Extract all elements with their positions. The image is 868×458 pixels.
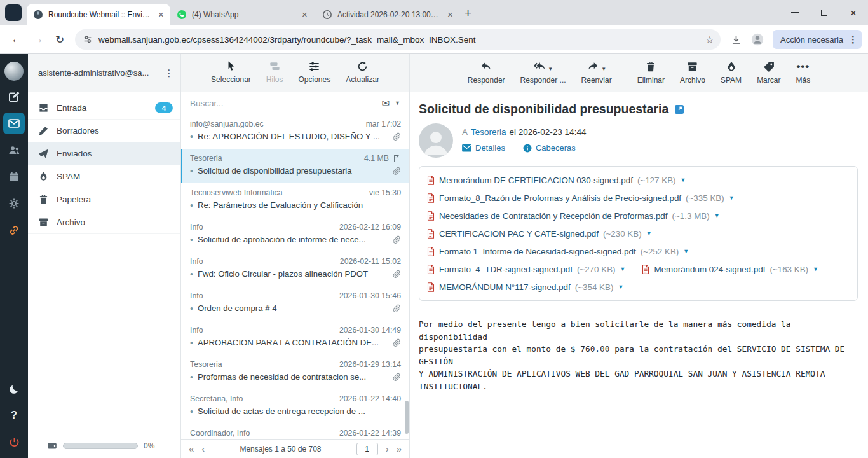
tab-actividad[interactable]: Actividad 2026-02-20 13:00:00 ×: [316, 4, 459, 25]
window-maximize-button[interactable]: [810, 0, 839, 25]
account-menu-icon[interactable]: ⋮: [164, 67, 174, 79]
tab-roundcube[interactable]: Roundcube Webmail :: Enviados ×: [27, 4, 170, 25]
first-page-button[interactable]: «: [189, 444, 194, 454]
attachment-menu-caret-icon[interactable]: ▼: [714, 212, 720, 219]
folder-item-papelera[interactable]: Papelera: [28, 188, 180, 211]
flag-icon[interactable]: [393, 154, 401, 163]
last-page-button[interactable]: »: [397, 444, 402, 454]
browser-toolbar: ← → ↻ webmail.sanjuan.gob.ec/cpsess13642…: [0, 25, 868, 54]
address-bar[interactable]: webmail.sanjuan.gob.ec/cpsess1364244002/…: [75, 29, 721, 50]
dark-mode-button[interactable]: [3, 378, 25, 399]
search-options-caret-icon[interactable]: ▼: [395, 100, 400, 106]
pdf-file-icon: [427, 229, 435, 239]
action-needed-chip[interactable]: Acción necesaria ⋮: [773, 30, 862, 49]
logout-button[interactable]: [3, 431, 25, 453]
details-link[interactable]: Detalles: [462, 143, 505, 153]
attachment-item[interactable]: Memorándum DE CERTIFICACION 030-signed.p…: [427, 171, 686, 189]
message-row[interactable]: Info 2026-02-12 16:09 • Solicitud de apr…: [181, 218, 409, 252]
site-settings-icon[interactable]: [83, 34, 93, 45]
folder-item-entrada[interactable]: Entrada 4: [28, 97, 180, 120]
profile-button[interactable]: [747, 29, 768, 50]
delete-button[interactable]: Eliminar: [637, 60, 665, 92]
message-row[interactable]: Secretaria, Info 2026-01-22 14:40 • Soli…: [181, 389, 409, 424]
tab-close-icon[interactable]: ×: [299, 10, 310, 20]
attachment-item[interactable]: Formato 1_Informe de Necesidad-signed-si…: [427, 242, 689, 260]
tab-close-icon[interactable]: ×: [156, 10, 166, 20]
select-button[interactable]: Seleccionar: [211, 60, 251, 92]
reply-button[interactable]: Responder: [468, 60, 505, 92]
attachment-menu-caret-icon[interactable]: ▼: [813, 266, 818, 272]
message-row[interactable]: Info 2026-02-11 15:02 • Fwd: Oficio Circ…: [181, 252, 409, 286]
tab-close-icon[interactable]: ×: [445, 10, 456, 20]
attachment-item[interactable]: MEMORÁNDUM N°117-signed.pdf (~354 KB) ▼: [427, 278, 623, 296]
recipient-link[interactable]: Tesoreria: [471, 127, 506, 137]
attachment-menu-caret-icon[interactable]: ▼: [620, 266, 626, 272]
folder-item-archivo[interactable]: Archivo: [28, 211, 180, 234]
options-button[interactable]: Opciones: [298, 60, 330, 92]
browser-tab-strip: Roundcube Webmail :: Enviados × (4) What…: [0, 0, 868, 25]
back-button[interactable]: ←: [6, 29, 27, 50]
message-row[interactable]: Tecnoserviweb Informática vie 15:30 • Re…: [181, 183, 409, 218]
folder-item-enviados[interactable]: Enviados: [28, 142, 180, 165]
threads-button[interactable]: Hilos: [266, 60, 283, 92]
archive-button[interactable]: Archivo: [680, 60, 705, 92]
external-apps-button[interactable]: [3, 219, 25, 241]
message-row[interactable]: Tesoreria 4.1 MB • Solicitud de disponib…: [181, 149, 409, 183]
prev-page-button[interactable]: ‹: [201, 444, 205, 454]
message-row[interactable]: Info 2026-01-30 15:46 • Orden de compra …: [181, 286, 409, 321]
message-list: info@sanjuan.gob.ec mar 17:02 • Re: APRO…: [181, 114, 409, 439]
archive-icon: [686, 60, 698, 73]
attachment-menu-caret-icon[interactable]: ▼: [681, 177, 686, 183]
window-close-button[interactable]: ×: [839, 0, 868, 25]
list-scrollbar-thumb[interactable]: [405, 401, 409, 434]
search-scope-mail-icon[interactable]: ✉: [382, 97, 390, 109]
browser-logo-icon[interactable]: [5, 4, 22, 21]
spam-button[interactable]: SPAM: [721, 60, 742, 92]
message-row[interactable]: Coordinador, Info 2026-01-22 14:39 • Sol…: [181, 424, 409, 439]
new-tab-button[interactable]: +: [465, 7, 471, 19]
open-in-new-window-icon[interactable]: [674, 104, 684, 114]
forward-button[interactable]: ▼ Reenviar: [581, 60, 612, 92]
attachment-item[interactable]: CERTIFICACION PAC Y CATE-signed.pdf (~23…: [427, 225, 652, 242]
forward-button[interactable]: →: [28, 29, 48, 50]
reply-all-caret-icon[interactable]: ▼: [548, 66, 553, 73]
attachment-item[interactable]: Formato_4_TDR-signed-signed.pdf (~270 KB…: [427, 260, 625, 278]
mail-task-button[interactable]: [3, 113, 25, 134]
attachment-name: MEMORÁNDUM N°117-signed.pdf: [439, 282, 571, 292]
message-date-text: el 2026-02-23 14:44: [510, 127, 587, 137]
window-minimize-button[interactable]: [780, 0, 810, 25]
settings-button[interactable]: [3, 193, 25, 214]
attachment-menu-caret-icon[interactable]: ▼: [729, 195, 735, 201]
attachment-item[interactable]: Necesidades de Contratación y Recepción …: [427, 207, 720, 225]
bookmark-star-icon[interactable]: ☆: [705, 34, 714, 46]
more-button[interactable]: ••• Más: [796, 60, 810, 92]
message-row[interactable]: info@sanjuan.gob.ec mar 17:02 • Re: APRO…: [181, 114, 409, 149]
reply-all-button[interactable]: ▼ Responder ...: [520, 60, 566, 92]
folder-item-borradores[interactable]: Borradores: [28, 120, 180, 142]
refresh-button[interactable]: Actualizar: [346, 60, 379, 92]
page-number-input[interactable]: [356, 443, 378, 455]
contacts-button[interactable]: [3, 139, 25, 161]
tab-whatsapp[interactable]: (4) WhatsApp ×: [170, 4, 314, 25]
search-input[interactable]: [190, 99, 377, 108]
attachment-menu-caret-icon[interactable]: ▼: [618, 284, 623, 290]
downloads-button[interactable]: [726, 29, 746, 50]
status-dot-icon: •: [190, 235, 193, 244]
message-row[interactable]: Info 2026-01-30 14:49 • APROBACION PARA …: [181, 321, 409, 355]
message-row[interactable]: Tesoreria 2026-01-29 13:14 • Proformas d…: [181, 355, 409, 389]
roundcube-logo: [4, 62, 24, 81]
browser-menu-icon[interactable]: ⋮: [848, 34, 858, 45]
mark-button[interactable]: Marcar: [757, 60, 780, 92]
folder-item-spam[interactable]: SPAM: [28, 165, 180, 188]
next-page-button[interactable]: ›: [386, 444, 389, 454]
reload-button[interactable]: ↻: [50, 29, 70, 50]
compose-button[interactable]: [3, 86, 25, 108]
attachment-item[interactable]: Formato_8_Razón de Proformas y Análisis …: [427, 189, 735, 207]
attachment-menu-caret-icon[interactable]: ▼: [646, 230, 652, 237]
attachment-menu-caret-icon[interactable]: ▼: [683, 248, 689, 254]
calendar-button[interactable]: [3, 166, 25, 188]
help-button[interactable]: ?: [3, 405, 25, 426]
attachment-item[interactable]: Memorándum 024-signed.pdf (~163 KB) ▼: [642, 260, 818, 278]
forward-caret-icon[interactable]: ▼: [601, 66, 606, 73]
headers-link[interactable]: Cabeceras: [523, 143, 576, 153]
